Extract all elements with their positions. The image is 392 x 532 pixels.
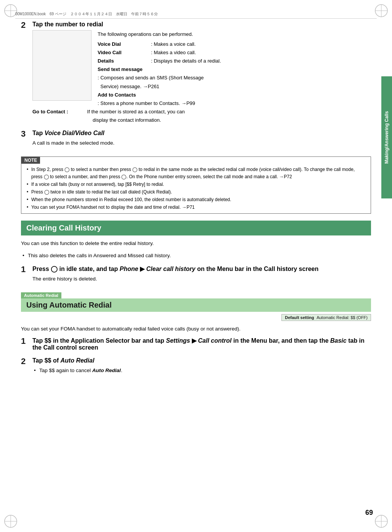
clearing-step-1-sub: The entire history is deleted. (32, 275, 371, 283)
op-video-call-value: : Makes a video call. (151, 48, 371, 57)
auto-redial-step-1-block: 1 Tap $$ in the Application Selector bar… (21, 337, 371, 353)
note-content: In Step 2, press ◯ to select a number th… (21, 164, 371, 214)
note-item-4: When the phone numbers stored in Redial … (25, 196, 367, 204)
header-line: 00M1000EN.book 69 ページ ２００４年１１月２４日 水曜日 午前… (15, 11, 377, 19)
page-number: 69 (365, 509, 373, 517)
note-box: NOTE In Step 2, press ◯ to select a numb… (21, 156, 371, 214)
op-send-text-value: : Composes and sends an SMS (Short Messa… (86, 74, 371, 90)
op-video-call: Video Call : Makes a video call. (98, 48, 371, 57)
header-text: 00M1000EN.book 69 ページ ２００４年１１月２４日 水曜日 午前… (15, 12, 158, 16)
auto-redial-description: You can set your FOMA handset to automat… (21, 325, 371, 333)
op-go-to-contact-label: Go to Contact : (32, 108, 86, 124)
note-header: NOTE (21, 157, 40, 164)
main-content: 2 Tap the number to redial The following… (21, 21, 371, 509)
auto-redial-step-2-bullet: Tap $$ again to cancel Auto Redial. (39, 366, 371, 375)
auto-redial-s1-italic3: Basic (330, 337, 347, 344)
note-list: In Step 2, press ◯ to select a number th… (25, 166, 367, 211)
auto-redial-s1-italic1: Settings (166, 337, 190, 344)
clearing-bullet: This also deletes the calls in Answered … (28, 251, 371, 260)
auto-redial-step-1-title: Tap $$ in the Application Selector bar a… (32, 337, 371, 351)
op-voice-dial-value: : Makes a voice call. (151, 40, 371, 48)
op-voice-dial: Voice Dial : Makes a voice call. (98, 40, 371, 48)
clearing-step-1-italic2: Clear call history (146, 266, 196, 272)
note-item-1: In Step 2, press ◯ to select a number th… (25, 166, 367, 181)
op-go-to-contact: Go to Contact : If the number is stored … (32, 108, 371, 124)
redial-screen-image (32, 30, 92, 101)
step-2-title: Tap the number to redial (32, 21, 371, 28)
step-3-content: Tap Voice Dial/Video Call A call is made… (32, 130, 371, 151)
clearing-description: You can use this function to delete the … (21, 239, 371, 248)
auto-redial-s2-italic1: Auto Redial (61, 357, 95, 364)
note-item-2: If a voice call fails (busy or not answe… (25, 181, 367, 189)
auto-redial-s2-italic2: Auto Redial (92, 368, 121, 373)
auto-redial-label-text: Automatic Redial (21, 292, 61, 298)
default-setting-key: Default setting (285, 315, 314, 320)
side-tab-text: Making/Answering Calls (384, 111, 389, 164)
op-video-call-label: Video Call (98, 48, 151, 57)
auto-redial-step-2-number: 2 (21, 357, 32, 366)
side-tab: Making/Answering Calls (381, 76, 392, 198)
auto-redial-step-2-title: Tap $$ of Auto Redial (32, 357, 371, 364)
step-2-block: 2 Tap the number to redial The following… (21, 21, 371, 124)
op-details: Details : Displays the details of a redi… (98, 57, 371, 65)
auto-redial-step-2-content: Tap $$ of Auto Redial Tap $$ again to ca… (32, 357, 371, 376)
step-3-title: Tap Voice Dial/Video Call (32, 130, 371, 137)
op-details-label: Details (98, 57, 151, 65)
note-item-5: You can set your FOMA handset not to dis… (25, 204, 367, 211)
clearing-section-header: Clearing Call History (21, 221, 371, 235)
op-go-to-contact-value: If the number is stored as a contact, yo… (86, 108, 371, 124)
auto-redial-section-wrap: Automatic Redial Using Automatic Redial (21, 292, 371, 312)
auto-redial-step-2-block: 2 Tap $$ of Auto Redial Tap $$ again to … (21, 357, 371, 376)
corner-decoration-br (374, 514, 389, 529)
corner-decoration-bl (3, 514, 18, 529)
clearing-step-1-title: Press ◯ in idle state, and tap Phone ▶ C… (32, 265, 371, 272)
step-3-number: 3 (21, 130, 32, 138)
step-3-title-italic: Voice Dial/Video Call (45, 130, 104, 136)
op-details-value: : Displays the details of a redial. (151, 57, 371, 65)
clearing-step-1-content: Press ◯ in idle state, and tap Phone ▶ C… (32, 265, 371, 287)
auto-redial-header: Using Automatic Redial (21, 298, 371, 312)
step-2-body: The following operations can be performe… (32, 30, 371, 124)
step-3-sub: A call is made in the selected mode. (32, 139, 371, 147)
auto-redial-step-1-number: 1 (21, 337, 32, 345)
note-item-3: Press ◯ twice in idle state to redial th… (25, 189, 367, 196)
op-voice-dial-label: Voice Dial (98, 40, 151, 48)
op-add-contacts-value: : Stores a phone number to Contacts. →P9… (86, 99, 371, 108)
auto-redial-label: Automatic Redial (21, 292, 371, 298)
step-2-number: 2 (21, 21, 32, 29)
default-setting-value: Automatic Redial: $$ (OFF) (316, 315, 368, 320)
auto-redial-s1-italic2: Call control (198, 337, 231, 344)
default-setting-badge: Default setting Automatic Redial: $$ (OF… (281, 314, 371, 321)
clearing-step-1-italic1: Phone (120, 266, 138, 272)
auto-redial-step-1-content: Tap $$ in the Application Selector bar a… (32, 337, 371, 353)
clearing-step-1-block: 1 Press ◯ in idle state, and tap Phone ▶… (21, 265, 371, 287)
clearing-step-1-number: 1 (21, 265, 32, 274)
step-3-block: 3 Tap Voice Dial/Video Call A call is ma… (21, 130, 371, 151)
step-2-content: Tap the number to redial The following o… (32, 21, 371, 124)
default-setting-bar: Default setting Automatic Redial: $$ (OF… (21, 314, 371, 321)
